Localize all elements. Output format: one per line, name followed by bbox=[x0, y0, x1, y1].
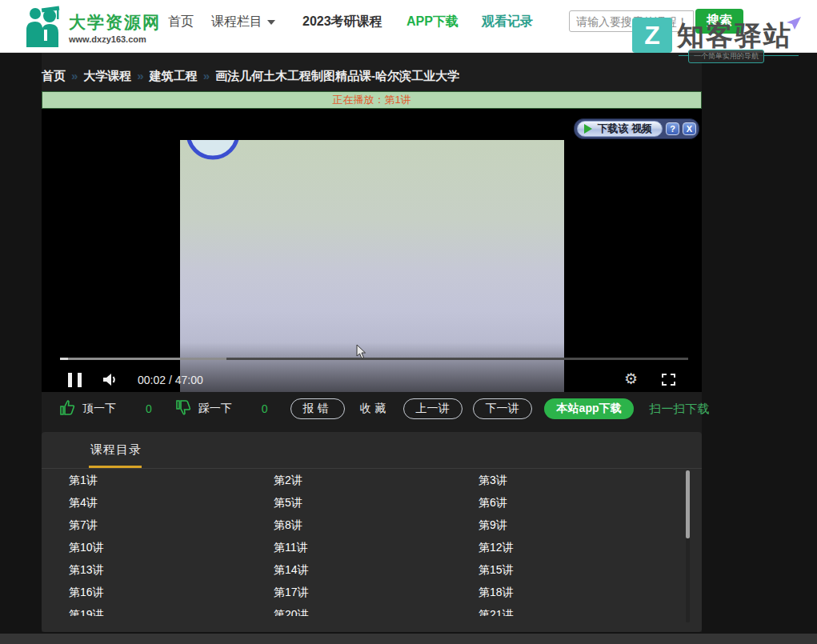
scan-download-link[interactable]: 扫一扫下载 bbox=[649, 402, 709, 417]
thumbs-down-icon[interactable] bbox=[175, 400, 191, 418]
progress-played bbox=[60, 358, 68, 360]
overlay-help-button[interactable]: ? bbox=[666, 122, 679, 135]
lecture-item[interactable]: 第2讲 bbox=[274, 469, 479, 491]
like-button[interactable]: 顶一下 bbox=[82, 402, 116, 416]
search-button[interactable]: 搜索 bbox=[695, 9, 743, 34]
lecture-item[interactable]: 第5讲 bbox=[274, 491, 479, 514]
breadcrumb-architecture[interactable]: 建筑工程 bbox=[150, 69, 198, 82]
logo-icon bbox=[22, 6, 62, 50]
tab-course-catalog[interactable]: 课程目录 bbox=[90, 442, 142, 458]
logo-url: www.dxzy163.com bbox=[69, 34, 161, 44]
report-error-button[interactable]: 报错 bbox=[290, 398, 345, 419]
content: 首页»大学课程»建筑工程»画法几何土木工程制图精品课-哈尔滨工业大学 正在播放：… bbox=[42, 53, 702, 632]
chevron-down-icon bbox=[267, 20, 275, 25]
breadcrumb: 首页»大学课程»建筑工程»画法几何土木工程制图精品课-哈尔滨工业大学 bbox=[42, 69, 459, 84]
now-playing-banner: 正在播放：第1讲 bbox=[42, 91, 702, 109]
lecture-item[interactable]: 第21讲 bbox=[479, 603, 683, 616]
action-bar: 顶一下 0 踩一下 0 报错 收藏 上一讲 下一讲 本站app下载 扫一扫下载 bbox=[59, 397, 709, 421]
lecture-item[interactable]: 第9讲 bbox=[479, 514, 683, 536]
breadcrumb-home[interactable]: 首页 bbox=[42, 69, 66, 82]
lecture-item[interactable]: 第8讲 bbox=[274, 514, 479, 536]
video-frame bbox=[180, 140, 564, 392]
progress-bar[interactable] bbox=[60, 358, 688, 360]
nav-home[interactable]: 首页 bbox=[168, 14, 194, 30]
catalog-scrollbar[interactable] bbox=[686, 470, 690, 622]
download-overlay: 下载该 视频 ? X bbox=[574, 118, 699, 139]
lecture-item[interactable]: 第17讲 bbox=[274, 581, 479, 603]
app-download-button[interactable]: 本站app下载 bbox=[544, 398, 635, 419]
play-icon bbox=[584, 124, 592, 134]
search-box: 搜索 bbox=[569, 10, 743, 34]
logo-text: 大学资源网 www.dxzy163.com bbox=[69, 12, 161, 44]
mouse-cursor bbox=[356, 344, 366, 362]
lecture-list: 第1讲第2讲第3讲第4讲第5讲第6讲第7讲第8讲第9讲第10讲第11讲第12讲第… bbox=[69, 469, 685, 616]
university-emblem-icon bbox=[185, 140, 241, 164]
lecture-item[interactable]: 第20讲 bbox=[274, 603, 479, 616]
breadcrumb-separator: » bbox=[71, 69, 78, 82]
time-display: 00:02 / 47:00 bbox=[138, 374, 203, 386]
lecture-item[interactable]: 第15讲 bbox=[479, 558, 683, 581]
nav-app-download[interactable]: APP下载 bbox=[406, 14, 459, 30]
lecture-item[interactable]: 第14讲 bbox=[274, 558, 479, 581]
breadcrumb-separator: » bbox=[137, 69, 143, 82]
lecture-item[interactable]: 第3讲 bbox=[479, 469, 683, 491]
breadcrumb-separator: » bbox=[203, 69, 210, 82]
nav-watch-history[interactable]: 观看记录 bbox=[482, 14, 533, 30]
lecture-item[interactable]: 第4讲 bbox=[69, 491, 274, 514]
video-player[interactable]: 下载该 视频 ? X 00:02 / 47:00 ⚙ bbox=[42, 109, 702, 392]
lecture-item[interactable]: 第6讲 bbox=[479, 491, 683, 514]
progress-buffered bbox=[60, 358, 226, 360]
next-lecture-button[interactable]: 下一讲 bbox=[473, 398, 532, 419]
search-input[interactable] bbox=[569, 10, 694, 32]
overlay-close-button[interactable]: X bbox=[683, 122, 696, 135]
nav-kaoyan-2023[interactable]: 2023考研课程 bbox=[302, 14, 382, 30]
lecture-item[interactable]: 第19讲 bbox=[69, 603, 274, 616]
nav-course-catalog[interactable]: 课程栏目 bbox=[211, 14, 275, 30]
dislike-count: 0 bbox=[262, 402, 268, 415]
download-video-button[interactable]: 下载该 视频 bbox=[577, 121, 663, 137]
site-logo[interactable]: 大学资源网 www.dxzy163.com bbox=[22, 6, 161, 50]
gear-icon[interactable]: ⚙ bbox=[624, 370, 638, 387]
dislike-button[interactable]: 踩一下 bbox=[198, 402, 232, 416]
thumbs-up-icon[interactable] bbox=[59, 400, 75, 418]
lecture-item[interactable]: 第16讲 bbox=[69, 581, 274, 603]
volume-icon[interactable] bbox=[102, 373, 118, 390]
logo-title: 大学资源网 bbox=[69, 12, 161, 33]
pause-button[interactable] bbox=[68, 373, 82, 387]
course-catalog-panel: 课程目录 第1讲第2讲第3讲第4讲第5讲第6讲第7讲第8讲第9讲第10讲第11讲… bbox=[42, 432, 702, 632]
header: 大学资源网 www.dxzy163.com 首页 课程栏目 2023考研课程 A… bbox=[0, 0, 817, 53]
page: 大学资源网 www.dxzy163.com 首页 课程栏目 2023考研课程 A… bbox=[0, 0, 817, 644]
lecture-item[interactable]: 第18讲 bbox=[479, 581, 683, 603]
lecture-item[interactable]: 第13讲 bbox=[69, 558, 274, 581]
like-count: 0 bbox=[146, 402, 152, 415]
lecture-item[interactable]: 第1讲 bbox=[69, 469, 274, 491]
lecture-item[interactable]: 第7讲 bbox=[69, 514, 274, 536]
lecture-item[interactable]: 第10讲 bbox=[69, 536, 274, 558]
favorite-button[interactable]: 收藏 bbox=[360, 402, 390, 416]
lecture-item[interactable]: 第11讲 bbox=[274, 536, 479, 558]
footer-strip bbox=[0, 634, 817, 644]
breadcrumb-current-course: 画法几何土木工程制图精品课-哈尔滨工业大学 bbox=[215, 69, 459, 82]
prev-lecture-button[interactable]: 上一讲 bbox=[403, 398, 463, 419]
breadcrumb-university-courses[interactable]: 大学课程 bbox=[83, 69, 131, 82]
lecture-item[interactable]: 第12讲 bbox=[479, 536, 683, 558]
catalog-scrollbar-thumb[interactable] bbox=[686, 470, 690, 538]
fullscreen-icon[interactable] bbox=[662, 374, 675, 389]
